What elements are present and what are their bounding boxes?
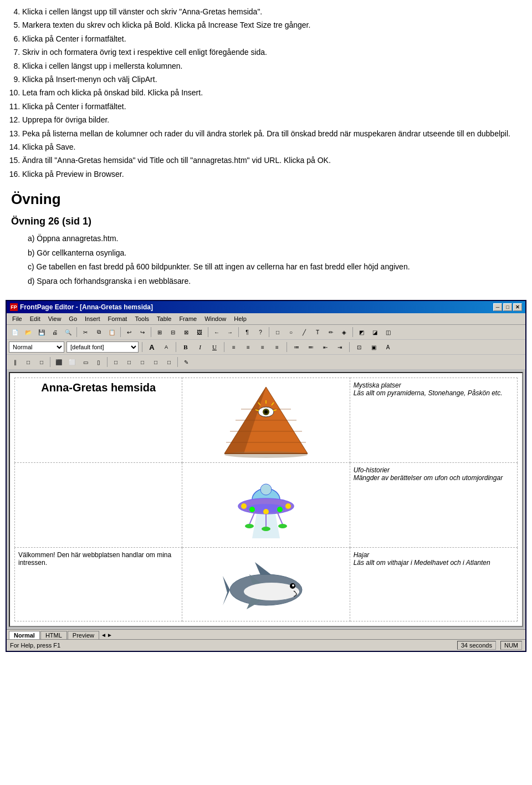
border-btn[interactable]: ⊡: [353, 341, 365, 353]
tb-cut[interactable]: ✂: [79, 326, 91, 338]
step-16: Klicka på Preview in Browser.: [22, 168, 521, 180]
ex-btn2[interactable]: □: [22, 356, 34, 368]
bold-button[interactable]: B: [180, 341, 192, 353]
tb-draw-circle[interactable]: ○: [285, 326, 297, 338]
tb-insert-img[interactable]: 🖼: [193, 326, 206, 338]
titlebar: FP FrontPage Editor - [Anna-Gretas hemsi…: [7, 301, 525, 313]
tb-undo[interactable]: ↩: [123, 326, 135, 338]
restore-button[interactable]: □: [503, 303, 512, 311]
menu-edit[interactable]: Edit: [27, 314, 44, 323]
cell-shark: [182, 548, 350, 621]
tb-copy[interactable]: ⧉: [93, 326, 105, 338]
sep-e2: [107, 357, 108, 367]
ex-btn8[interactable]: □: [110, 356, 122, 368]
tb-extra3[interactable]: ◫: [382, 326, 394, 338]
menu-insert[interactable]: Insert: [81, 314, 104, 323]
status-time: 34 seconds: [457, 641, 496, 650]
align-right[interactable]: ≡: [257, 341, 269, 353]
tb-back[interactable]: ←: [211, 326, 223, 338]
font-size-down[interactable]: A: [160, 341, 172, 353]
svg-marker-33: [223, 576, 230, 605]
toolbar-standard: 📄 📂 💾 🖨 🔍 ✂ ⧉ 📋 ↩ ↪ ⊞ ⊟ ⊠ 🖼 ← → ¶ ? □ ○ …: [7, 325, 525, 340]
titlebar-buttons[interactable]: ─ □ ✕: [493, 303, 522, 311]
menu-table[interactable]: Table: [154, 314, 175, 323]
tb-format1[interactable]: ¶: [241, 326, 253, 338]
ex-btn7[interactable]: ▯: [93, 356, 105, 368]
editor-inner[interactable]: Anna-Gretas hemsida: [9, 372, 523, 627]
list-numbered[interactable]: ≔: [290, 341, 303, 353]
tab-preview[interactable]: Preview: [68, 631, 99, 639]
menu-file[interactable]: File: [9, 314, 25, 323]
svg-marker-34: [255, 562, 272, 575]
ex-btn9[interactable]: □: [123, 356, 135, 368]
indent-increase[interactable]: ⇥: [334, 341, 346, 353]
ex-btn3[interactable]: □: [35, 356, 48, 368]
svg-point-14: [224, 451, 308, 458]
tb-preview[interactable]: 🔍: [62, 326, 74, 338]
ex-btn13[interactable]: ✎: [180, 356, 192, 368]
step-11: Klicka på Center i formatfältet.: [22, 100, 521, 113]
sep-e1: [50, 357, 50, 367]
tb-draw-line[interactable]: ╱: [298, 326, 310, 338]
sub-heading: Övning 26 (sid 1): [11, 213, 521, 230]
tb-insert-rows[interactable]: ⊠: [180, 326, 192, 338]
menu-window[interactable]: Window: [201, 314, 229, 323]
minimize-button[interactable]: ─: [493, 303, 502, 311]
font-size-up[interactable]: A: [146, 341, 158, 353]
sep-f4: [287, 342, 287, 352]
tab-normal[interactable]: Normal: [9, 631, 40, 639]
tab-html[interactable]: HTML: [40, 631, 67, 639]
tb-component[interactable]: ⊞: [154, 326, 166, 338]
ex-btn1[interactable]: ∥: [9, 356, 21, 368]
ex-btn6[interactable]: ▭: [79, 356, 91, 368]
step-9: Klicka på Insert-menyn och välj ClipArt.: [22, 73, 521, 85]
step-12: Upprepa för övriga bilder.: [22, 114, 521, 126]
tb-extra2[interactable]: ◪: [369, 326, 381, 338]
font-dropdown[interactable]: [default font]: [66, 341, 139, 353]
tb-highlight[interactable]: ◈: [338, 326, 350, 338]
menu-go[interactable]: Go: [65, 314, 80, 323]
close-button[interactable]: ✕: [513, 303, 522, 311]
tb-open[interactable]: 📂: [22, 326, 34, 338]
tb-textbox[interactable]: T: [311, 326, 324, 338]
tb-extra1[interactable]: ◩: [355, 326, 367, 338]
tb-table[interactable]: ⊟: [167, 326, 179, 338]
italic-button[interactable]: I: [194, 341, 206, 353]
sep-f2: [176, 342, 176, 352]
tb-pen[interactable]: ✏: [325, 326, 337, 338]
highlight-btn[interactable]: ▣: [367, 341, 380, 353]
menu-frame[interactable]: Frame: [176, 314, 200, 323]
ex-btn10[interactable]: □: [136, 356, 149, 368]
sep-f3: [224, 342, 224, 352]
tb-new[interactable]: 📄: [9, 326, 21, 338]
ex-btn11[interactable]: □: [150, 356, 162, 368]
ex-btn5[interactable]: ⬜: [66, 356, 78, 368]
menubar: File Edit View Go Insert Format Tools Ta…: [7, 313, 525, 325]
menu-tools[interactable]: Tools: [131, 314, 152, 323]
scroll-right-icon[interactable]: ►: [107, 632, 112, 638]
align-justify[interactable]: ≡: [271, 341, 283, 353]
step-7: Skriv in och formatera övrig text i resp…: [22, 46, 521, 58]
underline-button[interactable]: U: [208, 341, 221, 353]
tb-redo[interactable]: ↪: [136, 326, 149, 338]
color-btn[interactable]: A: [382, 341, 394, 353]
tb-print[interactable]: 🖨: [49, 326, 61, 338]
style-dropdown[interactable]: Normal: [9, 341, 64, 353]
tb-draw-rect[interactable]: □: [272, 326, 284, 338]
tb-save[interactable]: 💾: [35, 326, 48, 338]
menu-view[interactable]: View: [45, 314, 65, 323]
tb-paste[interactable]: 📋: [106, 326, 118, 338]
ex-btn12[interactable]: □: [163, 356, 175, 368]
ex-btn4[interactable]: ⬛: [53, 356, 65, 368]
sep1: [76, 327, 77, 337]
align-left[interactable]: ≡: [228, 341, 240, 353]
menu-format[interactable]: Format: [105, 314, 131, 323]
indent-decrease[interactable]: ⇤: [319, 341, 331, 353]
tb-forward[interactable]: →: [224, 326, 236, 338]
menu-help[interactable]: Help: [231, 314, 250, 323]
tb-format2[interactable]: ?: [254, 326, 267, 338]
list-bullet[interactable]: ≕: [305, 341, 317, 353]
align-center[interactable]: ≡: [242, 341, 254, 353]
scroll-left-icon[interactable]: ◄: [101, 632, 106, 638]
exercise-c: c) Ge tabellen en fast bredd på 600 bild…: [28, 261, 521, 273]
